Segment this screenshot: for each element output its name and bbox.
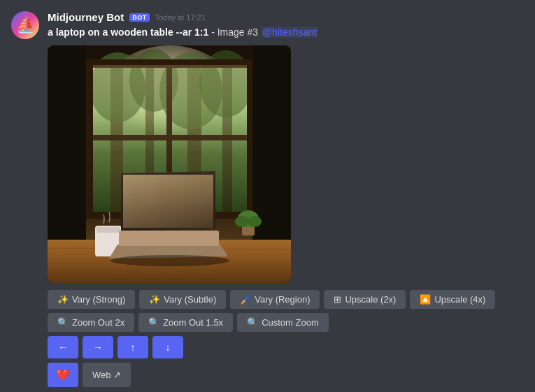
custom-zoom-icon: 🔍 bbox=[247, 317, 258, 328]
vary-region-button[interactable]: 🖌️ Vary (Region) bbox=[230, 290, 320, 309]
vary-strong-button[interactable]: ✨ Vary (Strong) bbox=[48, 290, 135, 309]
vary-region-label: Vary (Region) bbox=[255, 294, 310, 305]
upscale-2x-icon: ⊞ bbox=[334, 294, 341, 305]
arrow-right-icon: → bbox=[93, 342, 103, 353]
buttons-row-3: ← → ↑ ↓ bbox=[48, 336, 524, 358]
generated-image bbox=[48, 45, 291, 283]
image-svg bbox=[48, 45, 291, 283]
svg-rect-35 bbox=[93, 65, 247, 212]
svg-rect-26 bbox=[97, 227, 120, 233]
buttons-row-4: ❤️ Web ↗ bbox=[48, 363, 524, 387]
upscale-4x-button[interactable]: 🔼 Upscale (4x) bbox=[410, 290, 495, 309]
vary-subtle-icon: ✨ bbox=[149, 294, 160, 305]
arrow-down-button[interactable]: ↓ bbox=[152, 336, 183, 358]
upscale-4x-icon: 🔼 bbox=[420, 294, 431, 305]
heart-button[interactable]: ❤️ bbox=[48, 363, 78, 387]
bot-badge: BOT bbox=[129, 13, 150, 22]
svg-point-30 bbox=[248, 216, 262, 227]
upscale-4x-label: Upscale (4x) bbox=[434, 294, 485, 305]
vary-region-icon: 🖌️ bbox=[240, 294, 251, 305]
zoom-out-2x-label: Zoom Out 2x bbox=[72, 317, 124, 328]
custom-zoom-label: Custom Zoom bbox=[262, 317, 319, 328]
chat-container: ⛵ Midjourney Bot BOT Today at 17:21 a la… bbox=[0, 0, 535, 392]
vary-strong-label: Vary (Strong) bbox=[72, 294, 125, 305]
zoom-out-15x-icon: 🔍 bbox=[148, 317, 159, 328]
upscale-2x-label: Upscale (2x) bbox=[345, 294, 396, 305]
timestamp: Today at 17:21 bbox=[155, 13, 206, 22]
arrow-left-icon: ← bbox=[58, 342, 68, 353]
zoom-out-15x-label: Zoom Out 1.5x bbox=[163, 317, 223, 328]
buttons-row-2: 🔍 Zoom Out 2x 🔍 Zoom Out 1.5x 🔍 Custom Z… bbox=[48, 313, 524, 332]
dash: - bbox=[211, 27, 215, 38]
message-text: a laptop on a wooden table --ar 1:1 - Im… bbox=[48, 26, 524, 40]
message-content: Midjourney Bot BOT Today at 17:21 a lapt… bbox=[48, 11, 524, 391]
arrow-up-button[interactable]: ↑ bbox=[117, 336, 148, 358]
zoom-out-2x-icon: 🔍 bbox=[57, 317, 69, 328]
arrow-left-button[interactable]: ← bbox=[48, 336, 78, 358]
prompt-content: a laptop on a wooden table --ar 1:1 bbox=[48, 27, 208, 38]
avatar: ⛵ bbox=[11, 11, 39, 39]
image-label: Image #3 bbox=[217, 27, 258, 38]
zoom-out-2x-button[interactable]: 🔍 Zoom Out 2x bbox=[48, 313, 134, 332]
svg-rect-31 bbox=[119, 231, 219, 246]
arrow-up-icon: ↑ bbox=[131, 342, 136, 353]
buttons-row-1: ✨ Vary (Strong) ✨ Vary (Subtle) 🖌️ Vary … bbox=[48, 290, 524, 309]
web-button[interactable]: Web ↗ bbox=[83, 363, 131, 387]
prompt-text: a laptop on a wooden table --ar 1:1 bbox=[48, 27, 211, 38]
generated-image-container bbox=[48, 45, 291, 283]
svg-point-34 bbox=[110, 255, 229, 266]
svg-point-29 bbox=[235, 216, 249, 227]
zoom-out-15x-button[interactable]: 🔍 Zoom Out 1.5x bbox=[138, 313, 233, 332]
vary-subtle-label: Vary (Subtle) bbox=[164, 294, 216, 305]
vary-subtle-button[interactable]: ✨ Vary (Subtle) bbox=[139, 290, 226, 309]
bot-name: Midjourney Bot bbox=[48, 11, 124, 23]
web-label: Web ↗ bbox=[92, 370, 121, 380]
message-row: ⛵ Midjourney Bot BOT Today at 17:21 a la… bbox=[11, 11, 524, 391]
arrow-right-button[interactable]: → bbox=[83, 336, 113, 358]
heart-icon: ❤️ bbox=[56, 369, 70, 381]
message-header: Midjourney Bot BOT Today at 17:21 bbox=[48, 11, 524, 23]
arrow-down-icon: ↓ bbox=[166, 342, 171, 353]
custom-zoom-button[interactable]: 🔍 Custom Zoom bbox=[237, 313, 329, 332]
bot-avatar-icon: ⛵ bbox=[16, 16, 35, 34]
vary-strong-icon: ✨ bbox=[57, 294, 69, 305]
mention: @hiteshsant bbox=[261, 27, 318, 38]
upscale-2x-button[interactable]: ⊞ Upscale (2x) bbox=[324, 290, 406, 309]
